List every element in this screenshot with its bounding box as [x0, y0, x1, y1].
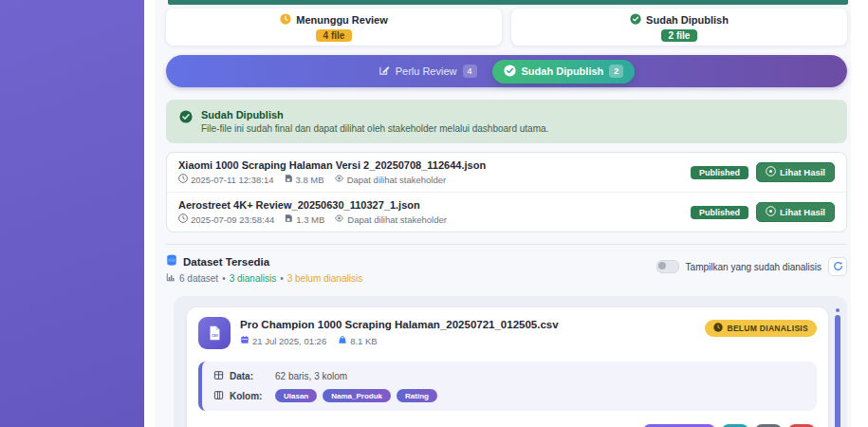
check-circle-icon — [179, 110, 193, 127]
eye-icon — [334, 214, 344, 225]
content-column: Menunggu Review 4 file Sudah Dipublish 2… — [166, 0, 847, 427]
dataset-size: 8.1 KB — [350, 336, 378, 346]
column-pill: Nama_Produk — [323, 389, 391, 402]
data-label: Data: — [230, 371, 269, 381]
show-analyzed-toggle[interactable] — [656, 260, 679, 273]
toggle-knob — [658, 262, 666, 269]
sidebar — [0, 0, 144, 427]
csv-label: CSV — [212, 334, 218, 338]
check-circle-icon — [630, 13, 641, 27]
column-pill: Ulasan — [275, 389, 317, 402]
edit-icon — [379, 65, 390, 78]
file-name: Aerostreet 4K+ Review_20250630_110327_1.… — [178, 199, 447, 211]
database-icon — [166, 254, 177, 269]
file-size: 3.8 MB — [296, 175, 324, 185]
belum-dianalisis-label: BELUM DIANALISIS — [727, 324, 808, 333]
file-visibility: Dapat dilihat stakeholder — [347, 214, 447, 225]
table-icon — [213, 370, 224, 382]
file-count-badge: 2 file — [661, 29, 698, 42]
dataset-filename: Pro Champion 1000 Scraping Halaman_20250… — [240, 319, 695, 330]
summary-card-label: Menunggu Review — [296, 14, 388, 26]
dataset-scroll-area: CSV Pro Champion 1000 Scraping Halaman_2… — [174, 296, 847, 427]
stat-separator: • — [280, 273, 284, 284]
main-area: Menunggu Review 4 file Sudah Dipublish 2… — [144, 0, 868, 427]
clock-icon — [178, 214, 188, 225]
file-name: Xiaomi 1000 Scraping Halaman Versi 2_202… — [178, 159, 486, 171]
lihat-hasil-button[interactable]: Lihat Hasil — [756, 162, 835, 182]
clock-icon — [280, 13, 291, 27]
tab-perlu-review[interactable]: Perlu Review 4 — [379, 65, 477, 78]
eye-icon — [766, 166, 776, 178]
csv-file-icon: CSV — [198, 317, 231, 349]
tab-count-badge: 2 — [609, 65, 623, 78]
dataset-date: 21 Jul 2025, 01:26 — [252, 336, 326, 346]
refresh-icon — [833, 260, 843, 274]
storage-icon — [284, 214, 293, 225]
tab-bar: Perlu Review 4 Sudah Dipublish 2 — [166, 55, 847, 87]
chart-icon — [166, 272, 175, 284]
file-row: Aerostreet 4K+ Review_20250630_110327_1.… — [167, 192, 846, 232]
lihat-hasil-button[interactable]: Lihat Hasil — [756, 202, 835, 222]
stat-unanalyzed: 3 belum dianalisis — [287, 273, 363, 284]
lihat-hasil-label: Lihat Hasil — [780, 207, 825, 217]
dataset-card: CSV Pro Champion 1000 Scraping Halaman_2… — [187, 307, 828, 427]
check-circle-icon — [504, 65, 516, 79]
published-badge: Published — [691, 206, 748, 219]
published-info-banner: Sudah Dipublish File-file ini sudah fina… — [166, 100, 847, 143]
weight-icon — [338, 335, 347, 346]
eye-icon — [334, 174, 344, 185]
stat-analyzed: 3 dianalisis — [230, 273, 276, 284]
file-timestamp: 2025-07-09 23:58:44 — [191, 214, 274, 225]
section-divider — [166, 244, 847, 245]
eye-icon — [766, 206, 776, 218]
stat-separator: • — [222, 273, 226, 284]
refresh-button[interactable] — [828, 257, 847, 276]
columns-icon — [213, 390, 224, 402]
summary-card-label: Sudah Dipublish — [646, 14, 729, 26]
file-size: 1.3 MB — [296, 214, 324, 225]
belum-dianalisis-badge: BELUM DIANALISIS — [705, 320, 817, 337]
scrollbar-thumb[interactable] — [835, 315, 840, 427]
dataset-info-box: Data: 62 baris, 3 kolom Kolom: Ulasan Na… — [198, 362, 817, 411]
banner-description: File-file ini sudah final dan dapat dili… — [201, 123, 548, 134]
file-timestamp: 2025-07-11 12:38:14 — [191, 175, 274, 185]
banner-title: Sudah Dipublish — [201, 109, 548, 121]
stat-total: 6 dataset — [179, 273, 218, 284]
file-row: Xiaomi 1000 Scraping Halaman Versi 2_202… — [167, 153, 846, 192]
calendar-icon — [240, 335, 249, 346]
data-value: 62 baris, 3 kolom — [275, 371, 347, 381]
tab-count-badge: 4 — [463, 65, 477, 78]
column-pill: Rating — [397, 389, 437, 402]
tab-label: Sudah Dipublish — [522, 65, 604, 77]
tab-sudah-dipublish[interactable]: Sudah Dipublish 2 — [492, 60, 636, 84]
clock-icon — [178, 174, 188, 185]
clock-icon — [713, 323, 723, 334]
columns-label: Kolom: — [230, 391, 269, 401]
tab-label: Perlu Review — [396, 65, 457, 77]
published-badge: Published — [691, 166, 748, 179]
published-file-list: Xiaomi 1000 Scraping Halaman Versi 2_202… — [166, 152, 847, 232]
lihat-hasil-label: Lihat Hasil — [780, 167, 825, 177]
dataset-section-header: Dataset Tersedia 6 dataset • 3 dianalisi… — [166, 254, 847, 284]
summary-cards-row: Menunggu Review 4 file Sudah Dipublish 2… — [166, 0, 847, 46]
file-count-badge: 4 file — [316, 29, 353, 42]
file-visibility: Dapat dilihat stakeholder — [347, 175, 447, 185]
summary-card-sudah-dipublish: Sudah Dipublish 2 file — [511, 9, 847, 46]
storage-icon — [284, 174, 293, 185]
toggle-label: Tampilkan yang sudah dianalisis — [686, 262, 822, 272]
dataset-section-title: Dataset Tersedia — [183, 256, 269, 268]
summary-card-menunggu-review: Menunggu Review 4 file — [166, 9, 502, 46]
